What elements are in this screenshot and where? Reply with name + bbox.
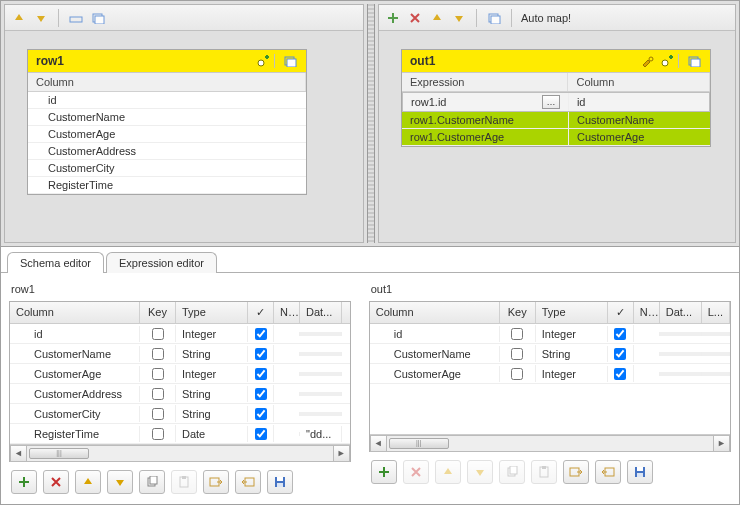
horizontal-scrollbar[interactable]: ◄► [370, 434, 730, 451]
cell-type[interactable]: Integer [176, 366, 248, 382]
restore-icon[interactable] [486, 10, 502, 26]
output-mapping-row[interactable]: row1.CustomerNameCustomerName [402, 112, 710, 129]
header-l[interactable]: L... [702, 302, 730, 323]
cell-key[interactable] [140, 325, 176, 342]
cell-checked[interactable] [248, 405, 274, 422]
cell-column[interactable]: RegisterTime [10, 426, 140, 442]
cell-n[interactable] [274, 372, 300, 376]
export-button[interactable] [235, 470, 261, 494]
key-checkbox[interactable] [152, 328, 164, 340]
cell-n[interactable] [634, 332, 660, 336]
minimize-icon[interactable] [68, 10, 84, 26]
export-button[interactable] [595, 460, 621, 484]
schema-row[interactable]: idInteger [10, 324, 350, 344]
key-checkbox[interactable] [152, 368, 164, 380]
cell-column[interactable]: CustomerAddress [10, 386, 140, 402]
add-icon[interactable] [385, 10, 401, 26]
cell-date[interactable] [300, 352, 342, 356]
cell-l[interactable] [702, 352, 730, 356]
arrow-up-icon[interactable] [429, 10, 445, 26]
cell-n[interactable] [274, 352, 300, 356]
expression-cell[interactable]: row1.CustomerAge [402, 129, 569, 145]
cell-key[interactable] [500, 365, 536, 382]
add-button[interactable] [371, 460, 397, 484]
splitter-handle[interactable] [367, 4, 375, 243]
schema-row[interactable]: RegisterTimeDate"dd... [10, 424, 350, 444]
cell-n[interactable] [274, 412, 300, 416]
key-checkbox[interactable] [511, 348, 523, 360]
cell-type[interactable]: Integer [536, 366, 608, 382]
header-column[interactable]: Column [10, 302, 140, 323]
cell-column[interactable]: CustomerAge [370, 366, 500, 382]
nullable-checkbox[interactable] [614, 328, 626, 340]
remove-icon[interactable] [407, 10, 423, 26]
cell-checked[interactable] [248, 345, 274, 362]
nullable-checkbox[interactable] [255, 348, 267, 360]
horizontal-scrollbar[interactable]: ◄► [10, 444, 350, 461]
header-date[interactable]: Dat... [300, 302, 342, 323]
cell-checked[interactable] [248, 325, 274, 342]
header-n[interactable]: N... [634, 302, 660, 323]
cell-n[interactable] [634, 372, 660, 376]
cell-date[interactable] [300, 372, 342, 376]
cell-date[interactable] [660, 372, 702, 376]
schema-row[interactable]: CustomerAgeInteger [10, 364, 350, 384]
nullable-checkbox[interactable] [255, 408, 267, 420]
key-checkbox[interactable] [152, 408, 164, 420]
schema-row[interactable]: CustomerAgeInteger [370, 364, 730, 384]
cell-column[interactable]: id [370, 326, 500, 342]
header-type[interactable]: Type [176, 302, 248, 323]
cell-column[interactable]: CustomerName [10, 346, 140, 362]
cell-date[interactable] [300, 392, 342, 396]
nullable-checkbox[interactable] [614, 348, 626, 360]
restore-icon[interactable] [282, 53, 298, 69]
cell-key[interactable] [140, 385, 176, 402]
schema-row[interactable]: CustomerAddressString [10, 384, 350, 404]
arrow-up-icon[interactable] [11, 10, 27, 26]
cell-key[interactable] [140, 425, 176, 442]
key-checkbox[interactable] [152, 428, 164, 440]
cell-type[interactable]: Integer [176, 326, 248, 342]
add-button[interactable] [11, 470, 37, 494]
cell-key[interactable] [140, 365, 176, 382]
cell-key[interactable] [140, 345, 176, 362]
cell-checked[interactable] [248, 385, 274, 402]
cell-column[interactable]: CustomerAge [10, 366, 140, 382]
header-type[interactable]: Type [536, 302, 608, 323]
header-checked[interactable]: ✓ [608, 302, 634, 323]
import-button[interactable] [203, 470, 229, 494]
cell-n[interactable] [274, 432, 300, 436]
expression-cell[interactable]: row1.id… [403, 93, 569, 111]
cell-column[interactable]: id [10, 326, 140, 342]
automap-button[interactable]: Auto map! [521, 12, 571, 24]
nullable-checkbox[interactable] [255, 388, 267, 400]
header-n[interactable]: N... [274, 302, 300, 323]
header-date[interactable]: Dat... [660, 302, 702, 323]
cell-type[interactable]: Date [176, 426, 248, 442]
restore-icon[interactable] [686, 53, 702, 69]
input-column-row[interactable]: CustomerAddress [28, 143, 306, 160]
cell-key[interactable] [140, 405, 176, 422]
input-column-row[interactable]: CustomerCity [28, 160, 306, 177]
column-cell[interactable]: CustomerAge [569, 129, 710, 145]
delete-button[interactable] [43, 470, 69, 494]
save-button[interactable] [627, 460, 653, 484]
header-key[interactable]: Key [140, 302, 176, 323]
cell-date[interactable] [660, 352, 702, 356]
move-up-button[interactable] [75, 470, 101, 494]
add-column-icon[interactable] [255, 53, 271, 69]
cell-n[interactable] [634, 352, 660, 356]
nullable-checkbox[interactable] [255, 328, 267, 340]
cell-l[interactable] [702, 332, 730, 336]
arrow-down-icon[interactable] [33, 10, 49, 26]
column-cell[interactable]: id [569, 93, 709, 111]
tab-expression-editor[interactable]: Expression editor [106, 252, 217, 273]
schema-row[interactable]: CustomerNameString [370, 344, 730, 364]
input-column-row[interactable]: RegisterTime [28, 177, 306, 194]
cell-l[interactable] [702, 372, 730, 376]
header-key[interactable]: Key [500, 302, 536, 323]
header-checked[interactable]: ✓ [248, 302, 274, 323]
restore-icon[interactable] [90, 10, 106, 26]
cell-type[interactable]: String [176, 406, 248, 422]
cell-type[interactable]: String [176, 386, 248, 402]
